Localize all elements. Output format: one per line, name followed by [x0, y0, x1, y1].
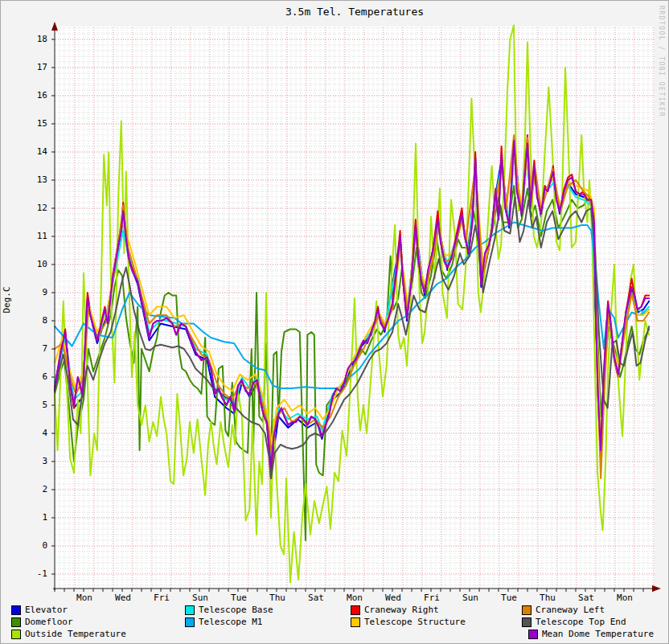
x-tick-label: Wed — [376, 593, 411, 603]
watermark: RRDTOOL / TOBI OETIKER — [658, 6, 665, 117]
y-tick-label: 0 — [20, 541, 47, 551]
legend-swatch — [528, 630, 538, 639]
legend-swatch — [11, 630, 21, 639]
legend-label: Telescope Structure — [364, 617, 466, 627]
y-tick-label: 17 — [20, 63, 47, 72]
y-tick-label: 8 — [20, 316, 47, 326]
legend-item-craneway-right: Craneway Right — [351, 605, 439, 615]
legend-label: Craneway Right — [364, 605, 439, 615]
legend-item-telescope-structure: Telescope Structure — [351, 617, 466, 627]
y-tick-label: 3 — [20, 457, 47, 466]
y-tick-label: 15 — [20, 119, 47, 129]
y-tick-label: 14 — [20, 147, 47, 157]
y-tick-label: 2 — [20, 485, 47, 494]
legend-swatch — [522, 605, 532, 615]
y-tick-label: 16 — [20, 91, 47, 100]
legend-swatch — [185, 605, 195, 615]
x-tick-label: Mon — [67, 593, 102, 603]
legend-label: Telescope Top End — [536, 617, 626, 627]
y-tick-label: 13 — [20, 175, 47, 185]
x-tick-label: Fri — [144, 593, 179, 603]
plot-area — [1, 1, 669, 600]
x-tick-label: Sat — [568, 593, 604, 603]
y-axis-arrow — [51, 22, 58, 31]
legend-swatch — [11, 605, 21, 615]
legend-item-telescope-base: Telescope Base — [185, 605, 273, 615]
x-tick-label: Sat — [298, 593, 334, 603]
legend-item-elevator: Elevator — [11, 605, 68, 615]
x-axis-arrow — [652, 585, 661, 592]
y-tick-label: 5 — [20, 400, 47, 410]
x-tick-label: Thu — [530, 593, 565, 603]
y-tick-label: 11 — [20, 232, 47, 241]
legend-label: Outside Temperature — [25, 630, 126, 639]
x-tick-label: Thu — [260, 593, 295, 603]
legend-item-outside-temperature: Outside Temperature — [11, 630, 126, 639]
legend-label: Mean Dome Temperature — [542, 630, 654, 639]
x-tick-label: Tue — [491, 593, 527, 603]
x-tick-label: Fri — [414, 593, 449, 603]
y-tick-label: 6 — [20, 372, 47, 382]
legend-swatch — [185, 617, 195, 627]
legend-item-telescope-m1: Telescope M1 — [185, 617, 262, 627]
x-tick-label: Sun — [453, 593, 488, 603]
legend-label: Craneway Left — [536, 605, 605, 615]
rrdtool-graph: 3.5m Tel. Temperatures Deg.C 18171615141… — [0, 0, 669, 644]
x-tick-label: Sun — [183, 593, 218, 603]
legend-swatch — [522, 617, 532, 627]
legend-item-telescope-top-end: Telescope Top End — [522, 617, 626, 627]
legend-item-mean-dome-temperature: Mean Dome Temperature — [528, 630, 654, 639]
legend-item-domefloor: Domefloor — [11, 617, 73, 627]
legend-swatch — [351, 605, 360, 615]
x-tick-label: Tue — [221, 593, 257, 603]
y-tick-label: -1 — [20, 569, 47, 579]
legend-label: Domefloor — [25, 617, 73, 627]
y-tick-label: 4 — [20, 429, 47, 438]
x-tick-label: Mon — [607, 593, 642, 603]
x-tick-label: Wed — [105, 593, 141, 603]
x-tick-label: Mon — [337, 593, 372, 603]
y-tick-label: 18 — [20, 35, 47, 44]
y-tick-label: 9 — [20, 288, 47, 297]
legend-item-craneway-left: Craneway Left — [522, 605, 605, 615]
y-tick-label: 10 — [20, 260, 47, 269]
legend-swatch — [11, 617, 21, 627]
y-tick-label: 1 — [20, 513, 47, 523]
legend-swatch — [351, 617, 360, 627]
y-tick-label: 7 — [20, 344, 47, 354]
legend-label: Elevator — [25, 605, 68, 615]
y-tick-label: 12 — [20, 203, 47, 213]
legend-label: Telescope Base — [199, 605, 273, 615]
legend-label: Telescope M1 — [199, 617, 262, 627]
